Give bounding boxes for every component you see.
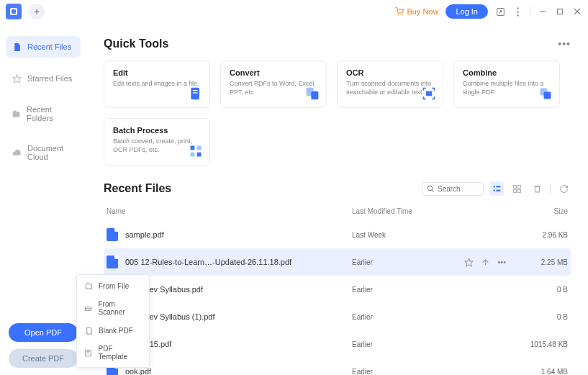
search-input[interactable]: [438, 185, 479, 193]
separator: [530, 6, 530, 17]
kebab-icon[interactable]: [512, 6, 523, 17]
file-name: Web Dev Syllabus (1).pdf: [125, 312, 352, 321]
close-button[interactable]: [572, 6, 582, 17]
tool-card-ocr[interactable]: OCR Turn scanned documents into searchab…: [337, 60, 443, 108]
file-row[interactable]: ument 15.pdfEarlier1015.48 KB: [104, 330, 571, 358]
file-row[interactable]: 005 12-Rules-to-Learn…-Updated-26.11.18.…: [104, 248, 571, 276]
folder-icon: [12, 109, 21, 119]
svg-point-5: [517, 7, 518, 9]
menu-item-label: From File: [99, 282, 129, 290]
tool-title: Batch Process: [113, 126, 201, 135]
svg-point-2: [398, 14, 399, 15]
file-modified: Earlier: [352, 286, 510, 294]
tab-bar: +: [29, 4, 395, 19]
search-icon: [427, 185, 435, 193]
sidebar-item-label: Document Cloud: [27, 144, 75, 161]
file-row[interactable]: Web Dev Syllabus (1).pdfEarlier0 B: [104, 303, 571, 330]
delete-button[interactable]: [530, 181, 544, 196]
sidebar-item-recent-folders[interactable]: Recent Folders: [6, 99, 81, 128]
file-size: 1.64 MB: [510, 368, 568, 376]
svg-rect-14: [193, 90, 198, 91]
svg-rect-1: [12, 9, 16, 14]
tool-card-combine[interactable]: Combine Combine multiple files into a si…: [453, 60, 560, 108]
svg-rect-34: [517, 189, 520, 192]
menu-item-from-file[interactable]: From File: [77, 276, 149, 295]
quick-tools-title: Quick Tools: [104, 37, 168, 50]
sidebar-item-document-cloud[interactable]: Document Cloud: [6, 138, 81, 167]
file-list: sample.pdfLast Week2.96 KB005 12-Rules-t…: [104, 221, 571, 375]
main-content: Quick Tools ••• Edit Edit texts and imag…: [86, 23, 588, 375]
maximize-button[interactable]: [555, 6, 565, 17]
file-size: 2.25 MB: [510, 258, 568, 266]
file-size: 1015.48 KB: [510, 340, 568, 348]
combine-tool-icon: [538, 86, 553, 101]
star-icon: [12, 73, 22, 83]
menu-item-from-scanner[interactable]: From Scanner: [77, 295, 149, 321]
sidebar-item-recent-files[interactable]: Recent Files: [6, 36, 81, 58]
file-modified: Earlier: [352, 313, 510, 321]
star-icon[interactable]: [464, 258, 474, 267]
sidebar: Recent Files Starred Files Recent Folder…: [0, 23, 86, 375]
table-header: Name Last Modified Time Size: [104, 202, 571, 221]
login-button[interactable]: Log In: [445, 4, 488, 19]
batch-tool-icon: [188, 143, 204, 159]
menu-item-label: PDF Template: [98, 345, 142, 361]
app-logo: [6, 4, 22, 19]
tool-card-edit[interactable]: Edit Edit texts and images in a file.: [104, 60, 210, 108]
refresh-button[interactable]: [556, 181, 571, 196]
file-size: 2.96 KB: [510, 231, 568, 239]
pdf-file-icon: [107, 256, 118, 268]
svg-rect-9: [558, 9, 563, 14]
menu-item-label: Blank PDF: [99, 327, 133, 335]
minimize-button[interactable]: [538, 6, 548, 17]
template-icon: [84, 348, 92, 357]
file-row[interactable]: Web Dev Syllabus.pdfEarlier0 B: [104, 276, 571, 303]
file-name: ument 15.pdf: [125, 340, 352, 348]
blank-page-icon: [84, 326, 93, 335]
svg-rect-21: [191, 146, 195, 150]
tool-title: Edit: [113, 68, 201, 77]
separator: [550, 184, 551, 194]
svg-rect-29: [493, 189, 494, 191]
sidebar-item-label: Recent Folders: [27, 105, 75, 122]
svg-point-6: [517, 11, 518, 12]
file-size: 0 B: [510, 313, 568, 321]
svg-rect-13: [191, 88, 199, 100]
file-row[interactable]: sample.pdfLast Week2.96 KB: [104, 221, 571, 248]
tool-card-convert[interactable]: Convert Convert PDFs to Word, Excel, PPT…: [220, 60, 327, 108]
svg-rect-27: [493, 186, 494, 187]
svg-rect-28: [496, 186, 500, 187]
sidebar-item-starred-files[interactable]: Starred Files: [6, 68, 81, 89]
cart-icon: [395, 7, 404, 16]
list-view-button[interactable]: [489, 181, 504, 196]
create-pdf-menu: From File From Scanner Blank PDF PDF Tem…: [76, 274, 150, 368]
open-pdf-button[interactable]: Open PDF: [9, 323, 78, 342]
file-name: sample.pdf: [125, 230, 352, 239]
menu-item-label: From Scanner: [98, 300, 142, 316]
pdf-file-icon: [107, 228, 118, 241]
grid-view-button[interactable]: [510, 181, 524, 196]
file-row[interactable]: ook.pdfEarlier1.64 MB: [104, 358, 571, 375]
tool-title: Combine: [463, 68, 551, 77]
more-icon[interactable]: •••: [497, 258, 506, 267]
document-icon: [12, 42, 22, 52]
svg-line-26: [432, 189, 434, 191]
new-tab-button[interactable]: +: [29, 4, 45, 19]
share-icon[interactable]: [495, 6, 505, 17]
buy-now-link[interactable]: Buy Now: [395, 7, 438, 16]
menu-item-blank-pdf[interactable]: Blank PDF: [77, 321, 149, 340]
search-box[interactable]: [422, 182, 484, 196]
tool-title: OCR: [346, 68, 434, 77]
file-modified: Earlier: [352, 368, 510, 376]
more-icon[interactable]: •••: [558, 38, 571, 50]
row-actions: •••: [464, 258, 506, 267]
svg-rect-22: [197, 146, 202, 150]
create-pdf-button[interactable]: Create PDF: [9, 349, 78, 368]
header-name: Name: [107, 207, 352, 215]
upload-icon[interactable]: [481, 258, 490, 267]
convert-tool-icon: [304, 86, 320, 101]
tool-card-batch[interactable]: Batch Process Batch convert, create, pri…: [104, 118, 210, 166]
svg-rect-15: [193, 92, 198, 93]
menu-item-pdf-template[interactable]: PDF Template: [77, 340, 149, 366]
file-name: Web Dev Syllabus.pdf: [125, 285, 352, 294]
